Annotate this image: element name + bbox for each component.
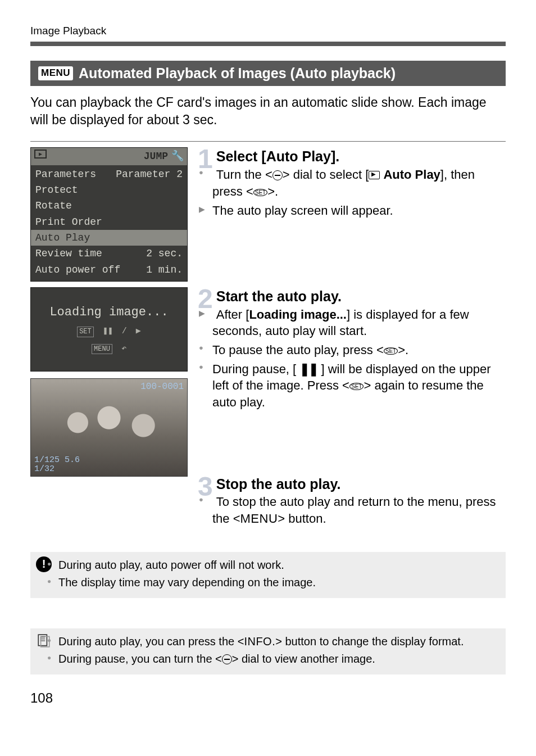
divider: [30, 42, 506, 46]
note-item: During auto play, auto power off will no…: [58, 558, 498, 573]
page-number: 108: [30, 689, 506, 707]
set-icon: SET: [384, 347, 398, 355]
menu-tag: MENU: [92, 344, 112, 354]
chapter-title: Image Playback: [30, 24, 506, 38]
lcd-menu-row: Auto Play: [31, 230, 187, 246]
sample-photo: 100-0001 1/125 5.6 1/32: [30, 378, 188, 477]
bullet-item: Turn the <> dial to select [ Auto Play],…: [212, 166, 506, 200]
bullet-item: To stop the auto play and return to the …: [212, 494, 506, 527]
step-number-3: 3: [198, 476, 213, 497]
step-title-1: Select [Auto Play].: [216, 148, 340, 164]
pause-icon: ❚❚: [299, 362, 317, 376]
lcd-menu-row: Print Order: [31, 214, 187, 230]
note-item: The display time may vary depending on t…: [58, 575, 498, 590]
lcd-menu-row: Rotate: [31, 198, 187, 214]
bullet-item: The auto play screen will appear.: [212, 202, 506, 219]
dial-icon: [222, 654, 232, 664]
play-icon: [34, 150, 47, 159]
lcd-loading-screenshot: Loading image... SET ❚❚ / ▶ MENU ↶: [30, 287, 188, 372]
set-icon: SET: [349, 383, 364, 390]
dial-icon: [272, 170, 283, 180]
set-tag: SET: [77, 327, 94, 337]
play-icon: ▶: [136, 326, 141, 337]
return-icon: ↶: [121, 343, 126, 355]
set-icon: SET: [253, 189, 267, 196]
lcd-menu-row: Protect: [31, 182, 187, 198]
loading-text: Loading image...: [49, 304, 168, 321]
thin-divider: [30, 141, 506, 142]
tip-note: During auto play, you can press the <INF…: [30, 628, 506, 674]
lcd-menu-row: Review time2 sec.: [31, 246, 187, 261]
photo-fileno: 100-0001: [140, 381, 184, 393]
pause-icon: ❚❚: [103, 326, 113, 337]
lcd-jump-label: JUMP: [144, 150, 168, 163]
step-number-2: 2: [198, 288, 213, 310]
menu-badge: MENU: [38, 66, 73, 80]
note-item: During auto play, you can press the <INF…: [58, 634, 498, 649]
bullet-item: During pause, [ ❚❚ ] will be displayed o…: [212, 361, 506, 411]
photo-frame: 1/32: [34, 464, 54, 475]
lcd-menu-screenshot: JUMP 🔧 ParametersParameter 2ProtectRotat…: [30, 147, 188, 281]
bullet-item: To pause the auto play, press <SET>.: [212, 342, 506, 359]
step-title-2: Start the auto play.: [216, 288, 342, 304]
wrench-icon: 🔧: [171, 150, 184, 163]
section-title: Automated Playback of Images (Auto playb…: [79, 64, 396, 83]
play-icon: [369, 171, 380, 179]
section-heading: MENU Automated Playback of Images (Auto …: [30, 61, 506, 87]
note-item: During pause, you can turn the <> dial t…: [58, 651, 498, 667]
step-number-1: 1: [198, 148, 213, 170]
lcd-menu-row: Auto power off1 min.: [31, 262, 187, 278]
warning-note: ! During auto play, auto power off will …: [30, 552, 506, 598]
step-title-3: Stop the auto play.: [216, 476, 341, 492]
lcd-menu-row: ParametersParameter 2: [31, 166, 187, 182]
bullet-item: After [Loading image...] is displayed fo…: [212, 306, 506, 339]
intro-text: You can playback the CF card's images in…: [30, 94, 506, 129]
